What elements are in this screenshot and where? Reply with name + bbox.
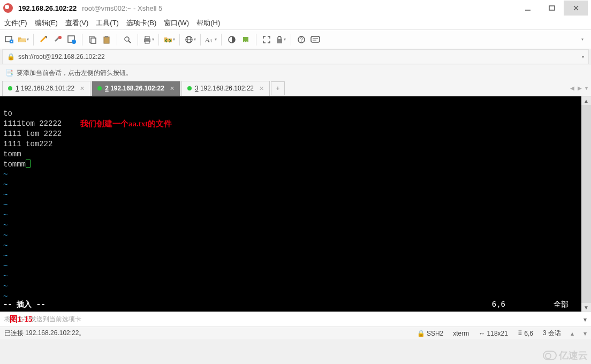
svg-line-16: [128, 41, 131, 43]
web-icon[interactable]: ▾: [184, 34, 196, 46]
close-button[interactable]: [564, 1, 588, 16]
svg-text:A: A: [209, 38, 213, 43]
scroll-track[interactable]: [581, 105, 591, 303]
menu-view[interactable]: 查看(V): [65, 18, 88, 28]
vertical-scrollbar[interactable]: ▲ ▼: [581, 96, 591, 312]
terminal-area: to 1111tom 22222 1111 tom 2222 1111 tom2…: [0, 96, 591, 312]
tab-list-icon[interactable]: ▾: [585, 85, 588, 91]
reconnect-icon[interactable]: [38, 34, 50, 46]
fullscreen-icon[interactable]: [261, 34, 272, 46]
status-dot-icon: [8, 86, 12, 90]
address-dropdown-icon[interactable]: ▾: [582, 55, 584, 59]
bookmark-arrow-icon[interactable]: 📑: [5, 69, 13, 77]
hint-bar: 📑 要添加当前会话，点击左侧的箭头按钮。: [0, 65, 591, 80]
session-tab-2[interactable]: 2 192.168.26.102:22 ✕: [92, 81, 180, 96]
tab-label: 192.168.26.101:22: [19, 85, 74, 92]
term-line: tomm: [3, 150, 21, 158]
menu-window[interactable]: 窗口(W): [164, 18, 189, 28]
disconnect-icon[interactable]: [52, 34, 64, 46]
menu-tools[interactable]: 工具(T): [96, 18, 119, 28]
find-icon[interactable]: [122, 34, 133, 46]
terminal[interactable]: to 1111tom 22222 1111 tom 2222 1111 tom2…: [0, 96, 581, 312]
tab-close-icon[interactable]: ✕: [80, 85, 85, 92]
vim-tilde: ~: [3, 231, 7, 240]
vim-scroll: 全部: [554, 299, 569, 309]
tab-close-icon[interactable]: ✕: [170, 85, 175, 92]
term-line: to: [3, 109, 12, 118]
tab-number: 3: [195, 85, 199, 92]
status-proto: 🔒 SSH2: [417, 330, 444, 337]
script-icon[interactable]: [240, 34, 252, 46]
app-logo-icon: [3, 3, 13, 13]
font-icon[interactable]: AA▾: [205, 34, 217, 46]
watermark-text: 亿速云: [559, 349, 588, 362]
menu-help[interactable]: 帮助(H): [196, 18, 220, 28]
term-line: 1111 tom 2222: [3, 130, 62, 138]
separator: [82, 34, 82, 46]
address-bar[interactable]: 🔒 ssh://root@192.168.26.102:22 ▾: [2, 49, 589, 64]
toolbar-overflow-icon[interactable]: ▾: [576, 34, 588, 46]
status-connection: 已连接 192.168.26.102:22。: [4, 329, 85, 338]
title-host: 192.168.26.102:22: [18, 4, 77, 12]
svg-point-10: [72, 40, 76, 44]
menu-tab[interactable]: 选项卡(B): [126, 18, 156, 28]
paste-icon[interactable]: [101, 34, 112, 46]
color-scheme-icon[interactable]: [226, 34, 238, 46]
tab-label: 192.168.26.102:22: [109, 85, 164, 92]
new-session-icon[interactable]: [3, 34, 15, 46]
vim-tilde: ~: [3, 221, 7, 230]
vim-tilde: ~: [3, 241, 7, 250]
menu-edit[interactable]: 编辑(E): [35, 18, 58, 28]
vim-mode: -- 插入 --: [3, 299, 46, 309]
status-dot-icon: [97, 86, 102, 90]
watermark: 亿速云: [543, 349, 588, 362]
chevron-down-icon[interactable]: ▾: [584, 330, 587, 337]
tab-number: 1: [16, 85, 19, 92]
vim-position: 6,6: [492, 299, 505, 309]
status-termtype: xterm: [453, 330, 469, 337]
tab-next-icon[interactable]: ▶: [578, 85, 582, 91]
scroll-up-icon[interactable]: ▲: [581, 96, 591, 105]
term-line: tommm: [3, 160, 26, 169]
vim-tilde: ~: [3, 211, 7, 219]
chevron-up-icon[interactable]: ▴: [571, 330, 574, 337]
toolbar: ▾ ▾ ▾ ▾ AA▾ ▾ ? ▾: [0, 30, 591, 49]
xftp-icon[interactable]: ▾: [163, 34, 175, 46]
lock-icon[interactable]: ▾: [275, 34, 286, 46]
separator: [256, 34, 256, 46]
help-icon[interactable]: ?: [296, 34, 307, 46]
compose-dropdown-icon[interactable]: ▾: [584, 316, 587, 323]
properties-icon[interactable]: [66, 34, 78, 46]
tab-prev-icon[interactable]: ◀: [570, 85, 574, 91]
title-rest: root@vms002:~ - Xshell 5: [82, 4, 162, 12]
new-tab-button[interactable]: +: [271, 81, 285, 95]
compose-bar[interactable]: 图1-15 将对文字发送到当前选项卡 ▾: [0, 312, 591, 327]
copy-icon[interactable]: [87, 34, 98, 46]
svg-point-15: [125, 37, 129, 41]
scroll-down-icon[interactable]: ▼: [581, 303, 591, 312]
tab-bar: 1 192.168.26.101:22 ✕ 2 192.168.26.102:2…: [0, 80, 591, 96]
separator: [221, 34, 222, 46]
minimize-button[interactable]: [516, 1, 540, 16]
vim-status-line: -- 插入 -- 6,6 全部: [3, 299, 569, 309]
print-icon[interactable]: ▾: [142, 34, 154, 46]
session-tab-1[interactable]: 1 192.168.26.101:22 ✕: [2, 81, 90, 96]
svg-rect-13: [104, 37, 109, 43]
session-tab-3[interactable]: 3 192.168.26.102:22 ✕: [181, 81, 270, 96]
menu-file[interactable]: 文件(F): [4, 18, 27, 28]
svg-point-8: [58, 36, 62, 39]
open-icon[interactable]: ▾: [17, 34, 29, 46]
address-text: ssh://root@192.168.26.102:22: [18, 53, 105, 60]
maximize-button[interactable]: [540, 1, 564, 16]
tab-nav: ◀ ▶ ▾: [570, 85, 588, 91]
window-controls: [516, 1, 588, 16]
tab-close-icon[interactable]: ✕: [259, 85, 264, 92]
hint-text: 要添加当前会话，点击左侧的箭头按钮。: [17, 69, 132, 78]
svg-rect-26: [277, 39, 282, 43]
svg-rect-19: [145, 41, 149, 43]
cursor-icon: [26, 160, 31, 168]
separator: [200, 34, 201, 46]
svg-text:?: ?: [300, 37, 303, 43]
annotation-text: 我们创建一个aa.txt的文件: [80, 119, 172, 129]
compose-icon[interactable]: [309, 34, 321, 46]
